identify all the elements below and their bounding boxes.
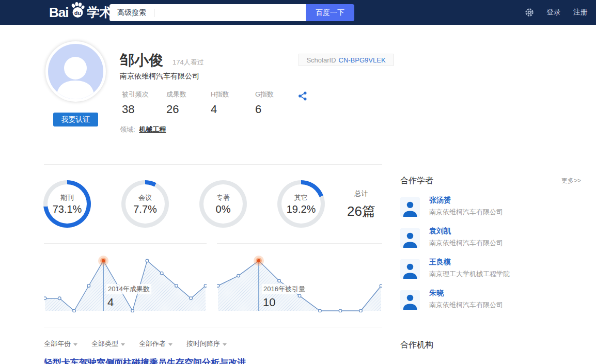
donut-value: 73.1% xyxy=(53,203,82,215)
stat-value: 38 xyxy=(122,103,166,116)
stat-value: 26 xyxy=(166,103,211,116)
line-area xyxy=(45,261,206,311)
data-point xyxy=(190,297,193,300)
divider xyxy=(44,243,207,244)
share-icon[interactable] xyxy=(297,91,308,101)
data-point xyxy=(73,309,76,312)
register-link[interactable]: 注册 xyxy=(573,8,588,17)
coauthor-name[interactable]: 袁刘凯 xyxy=(429,227,503,236)
donut-chart-other: 其它19.2% xyxy=(277,180,325,228)
view-count: 174人看过 xyxy=(172,58,204,67)
coauthors-header: 合作学者 更多>> xyxy=(400,176,581,186)
data-point xyxy=(217,284,219,288)
scholar-id-badge: ScholarID CN-BPG9VLEK xyxy=(299,54,394,66)
chevron-down-icon xyxy=(223,343,227,346)
data-point xyxy=(146,259,149,262)
stat-citations: 被引频次 38 xyxy=(122,90,166,116)
search-box: 高级搜索 xyxy=(109,4,306,21)
donut-chart-conference: 会议7.7% xyxy=(121,180,169,228)
stat-label: 成果数 xyxy=(166,90,211,99)
filter-all-types[interactable]: 全部类型 xyxy=(91,339,125,349)
more-coauthors-link[interactable]: 更多>> xyxy=(561,177,581,185)
publications-trend-chart: 2014年成果数 4 xyxy=(44,248,207,312)
donut-label: 会议 xyxy=(138,193,152,202)
line-chart-citations xyxy=(217,248,382,312)
scholar-id-value: CN-BPG9VLEK xyxy=(339,56,386,64)
data-point xyxy=(319,309,322,312)
coauthor-name[interactable]: 朱晓 xyxy=(429,289,503,298)
coauthor-avatar xyxy=(400,228,420,248)
filter-all-authors[interactable]: 全部作者 xyxy=(139,339,172,349)
navbar-right: 登录 注册 xyxy=(525,0,588,25)
data-point xyxy=(44,297,46,300)
total-value: 26篇 xyxy=(347,202,375,220)
data-point xyxy=(160,272,163,275)
coauthor-name[interactable]: 王良模 xyxy=(429,258,510,267)
donut-label: 专著 xyxy=(216,193,230,202)
scholar-name: 邹小俊 xyxy=(120,51,163,70)
person-silhouette-icon xyxy=(48,44,103,99)
coauthor-name[interactable]: 张汤赟 xyxy=(429,196,503,205)
coauthor-item[interactable]: 朱晓 南京依维柯汽车有限公司 xyxy=(400,289,581,320)
divider xyxy=(44,327,382,327)
login-link[interactable]: 登录 xyxy=(546,8,561,17)
baidu-scholar-logo[interactable]: Bai du 学术 xyxy=(49,0,112,25)
person-icon xyxy=(401,293,419,310)
coauthor-affiliation: 南京依维柯汽车有限公司 xyxy=(429,239,503,248)
results-filter-bar: 全部年份 全部类型 全部作者 按时间降序 xyxy=(44,339,227,349)
divider xyxy=(217,243,382,244)
total-publications: 总计 26篇 xyxy=(347,189,375,220)
data-point xyxy=(117,284,120,288)
baidu-scholar-profile-page: Bai du 学术 高级搜索 百度一下 xyxy=(0,0,596,364)
data-point xyxy=(359,309,363,312)
donut-label: 期刊 xyxy=(60,193,74,202)
stat-label: 被引频次 xyxy=(122,90,166,99)
advanced-search-link[interactable]: 高级搜索 xyxy=(109,8,154,18)
line-chart-publications xyxy=(44,248,207,312)
person-icon xyxy=(401,200,419,217)
data-point xyxy=(87,284,90,288)
stat-label: G指数 xyxy=(255,90,300,99)
top-navbar: Bai du 学术 高级搜索 百度一下 xyxy=(0,0,596,25)
svg-text:du: du xyxy=(74,10,81,16)
paw-icon: du xyxy=(69,2,86,21)
chevron-down-icon xyxy=(73,343,77,346)
data-point xyxy=(131,309,134,312)
data-point xyxy=(339,309,342,312)
profile-avatar xyxy=(45,41,106,102)
coauthor-affiliation: 南京依维柯汽车有限公司 xyxy=(429,208,503,217)
verify-me-button[interactable]: 我要认证 xyxy=(53,113,98,126)
paper-title-link[interactable]: 轻型卡车驾驶室侧面柱碰撞乘员生存空间分析与改进 xyxy=(44,357,246,364)
data-point xyxy=(204,284,207,288)
search-input[interactable] xyxy=(154,4,306,21)
coauthor-item[interactable]: 张汤赟 南京依维柯汽车有限公司 xyxy=(400,196,581,227)
coauthor-avatar xyxy=(400,259,420,279)
coauthor-affiliation: 南京理工大学机械工程学院 xyxy=(429,270,510,279)
search-button[interactable]: 百度一下 xyxy=(306,4,354,21)
data-point xyxy=(237,274,240,277)
coauthor-list: 张汤赟 南京依维柯汽车有限公司 袁刘凯 南京依维柯汽车有限公司 xyxy=(400,196,581,320)
stat-g-index: G指数 6 xyxy=(255,90,300,116)
total-label: 总计 xyxy=(347,189,375,198)
scholar-id-label: ScholarID xyxy=(306,56,336,64)
highlight-point xyxy=(102,259,105,262)
sort-by-time-desc[interactable]: 按时间降序 xyxy=(186,339,227,349)
donut-value: 0% xyxy=(216,203,231,215)
stat-h-index: H指数 4 xyxy=(211,90,255,116)
highlight-point xyxy=(257,259,260,262)
filter-all-years[interactable]: 全部年份 xyxy=(44,339,77,349)
coauthor-affiliation: 南京依维柯汽车有限公司 xyxy=(429,300,503,310)
logo-text-xueshu: 学术 xyxy=(87,4,112,21)
coauthor-avatar xyxy=(400,290,420,310)
coauthors-title: 合作学者 xyxy=(400,176,433,186)
scholar-affiliation: 南京依维柯汽车有限公司 xyxy=(120,72,199,81)
search-bar: 高级搜索 百度一下 xyxy=(109,4,354,21)
data-point xyxy=(58,297,61,300)
stat-label: H指数 xyxy=(211,90,255,99)
field-link-mechanical-engineering[interactable]: 机械工程 xyxy=(139,125,166,133)
data-point xyxy=(175,284,178,288)
settings-gear-icon[interactable] xyxy=(525,8,534,17)
coauthor-item[interactable]: 袁刘凯 南京依维柯汽车有限公司 xyxy=(400,227,581,258)
coauthor-item[interactable]: 王良模 南京理工大学机械工程学院 xyxy=(400,258,581,289)
person-icon xyxy=(401,231,419,248)
